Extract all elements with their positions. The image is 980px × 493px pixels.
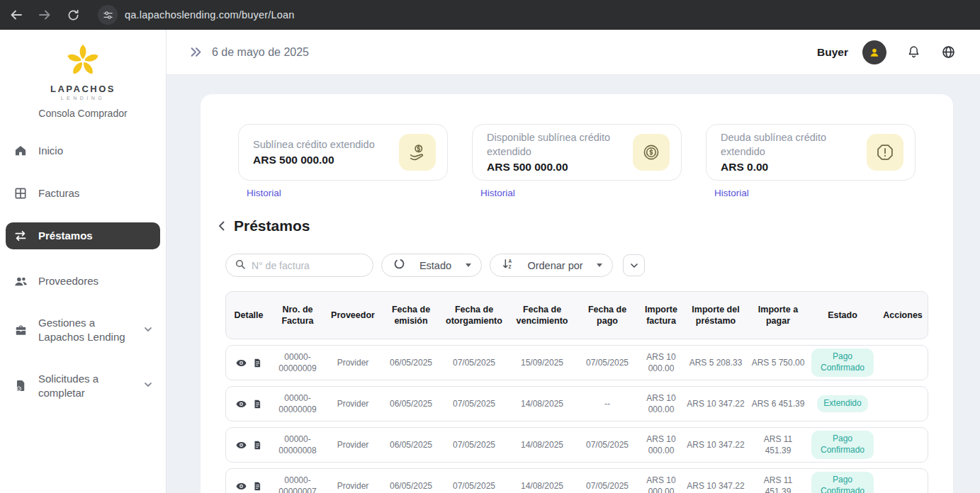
sidebar-item-solicitudes[interactable]: Solicitudes a completar (6, 366, 160, 407)
estado-label: Estado (419, 260, 451, 271)
sidebar-item-label: Inicio (38, 144, 63, 158)
provider: Provider (324, 439, 382, 450)
status-badge: Pago Confirmado (811, 348, 874, 376)
browser-toolbar: qa.lapachoslending.com/buyer/Loan (0, 0, 980, 30)
expand-filters-button[interactable] (623, 254, 645, 276)
lapachos-flower-icon (62, 40, 103, 79)
caret-down-icon (466, 264, 471, 267)
alert-octagon-icon (867, 134, 903, 171)
chevron-down-icon (629, 261, 639, 271)
bell-icon[interactable] (906, 45, 921, 60)
available-credit-card: Disponible sublínea crédito extendido AR… (472, 124, 682, 181)
tasks-document-icon (13, 378, 28, 394)
due-date: 14/08/2025 (508, 439, 576, 450)
filters-bar: Estado AZ Ordenar por (225, 254, 953, 277)
breadcrumb: 6 de mayo de 2025 (190, 46, 309, 59)
home-icon (13, 143, 28, 159)
sidebar-item-proveedores[interactable]: Proveedores (6, 268, 160, 295)
provider: Provider (324, 480, 382, 492)
col-header: Importe del préstamo (684, 304, 748, 327)
avatar[interactable] (862, 40, 886, 64)
sidebar-item-inicio[interactable]: Inicio (6, 137, 160, 164)
invoice-amount: ARS 10 000.00 (638, 351, 684, 374)
loans-swap-icon (13, 228, 28, 244)
chevron-down-icon (143, 380, 153, 392)
due-date: 15/09/2025 (508, 357, 576, 368)
search-input[interactable] (252, 260, 358, 271)
svg-text:Z: Z (509, 264, 512, 269)
forward-icon[interactable] (33, 3, 57, 27)
payment-date: 07/05/2025 (576, 480, 638, 492)
url-text[interactable]: qa.lapachoslending.com/buyer/Loan (125, 9, 295, 21)
refresh-icon[interactable] (61, 3, 85, 27)
invoice-doc-icon[interactable] (252, 358, 262, 368)
person-icon (867, 45, 882, 60)
caret-down-icon (597, 264, 602, 267)
payment-date: -- (576, 398, 638, 409)
payment-date: 07/05/2025 (576, 439, 638, 450)
current-date: 6 de mayo de 2025 (212, 46, 309, 59)
sidebar-item-gestiones[interactable]: Gestiones a Lapachos Lending (6, 310, 160, 351)
card-value: ARS 500 000.00 (253, 154, 393, 166)
globe-icon[interactable] (941, 45, 956, 60)
invoice-amount: ARS 10 000.00 (638, 392, 684, 415)
issue-date: 06/05/2025 (382, 480, 440, 492)
loan-amount: ARS 10 347.22 (684, 398, 748, 409)
ordenar-label: Ordenar por (527, 260, 582, 271)
loans-table: Detalle Nro. de Factura Proveedor Fecha … (225, 291, 928, 493)
site-settings-icon[interactable] (98, 5, 118, 25)
svg-text:A: A (509, 259, 512, 264)
app-logo: LAPACHOS LENDING (0, 30, 166, 101)
status-circle-icon (393, 258, 405, 273)
sidebar-item-label: Préstamos (38, 229, 93, 243)
sidebar-item-prestamos[interactable]: Préstamos (6, 222, 160, 249)
sidebar-item-label: Proveedores (38, 274, 98, 288)
invoice-doc-icon[interactable] (252, 481, 262, 492)
eye-icon[interactable] (235, 480, 247, 492)
grant-date: 07/05/2025 (440, 480, 508, 492)
back-chevron-icon[interactable] (216, 220, 227, 232)
loan-amount: ARS 10 347.22 (684, 439, 748, 450)
sidebar-item-facturas[interactable]: Facturas (6, 180, 160, 207)
provider: Provider (324, 357, 382, 368)
due-date: 14/08/2025 (508, 480, 576, 492)
historial-link[interactable]: Historial (247, 188, 281, 198)
card-title: Sublínea crédito extendido (253, 138, 393, 152)
eye-icon[interactable] (235, 398, 247, 410)
status-badge: Extendido (817, 395, 867, 412)
console-label: Consola Comprador (0, 108, 166, 119)
col-header: Fecha de emisión (382, 304, 440, 327)
col-header: Importe factura (638, 304, 684, 327)
address-bar[interactable]: qa.lapachoslending.com/buyer/Loan (98, 5, 295, 25)
payable-amount: ARS 11 451.39 (748, 475, 809, 493)
estado-filter-dropdown[interactable]: Estado (381, 254, 482, 277)
back-icon[interactable] (4, 3, 28, 27)
sidebar-nav: Inicio Facturas Préstamos Proveedores Ge… (0, 137, 166, 406)
logo-subtitle: LENDING (0, 96, 166, 101)
eye-icon[interactable] (235, 357, 247, 369)
invoices-grid-icon (13, 186, 28, 201)
sidebar-expand-icon[interactable] (190, 46, 202, 58)
card-value: ARS 0.00 (721, 161, 861, 174)
payable-amount: ARS 6 451.39 (748, 398, 809, 409)
invoice-doc-icon[interactable] (252, 440, 262, 450)
status-badge: Pago Confirmado (811, 431, 874, 458)
historial-link[interactable]: Historial (480, 188, 515, 198)
providers-people-icon (13, 273, 28, 289)
eye-icon[interactable] (235, 439, 247, 451)
page-title: Préstamos (234, 217, 310, 234)
col-header: Proveedor (324, 310, 382, 321)
historial-link[interactable]: Historial (714, 188, 749, 198)
invoice-amount: ARS 10 000.00 (638, 475, 684, 493)
col-header: Nro. de Factura (271, 304, 324, 327)
invoice-search-field[interactable] (225, 254, 373, 277)
invoice-number: 00000-00000008 (271, 434, 324, 456)
col-header: Fecha de pago (576, 304, 638, 327)
sidebar-item-label: Facturas (38, 186, 79, 200)
ordenar-por-dropdown[interactable]: AZ Ordenar por (490, 254, 613, 277)
col-header: Acciones (877, 310, 929, 321)
invoice-doc-icon[interactable] (252, 399, 262, 409)
debt-card: Deuda sublínea crédito extendido ARS 0.0… (706, 124, 916, 181)
grant-date: 07/05/2025 (440, 439, 508, 450)
card-value: ARS 500 000.00 (487, 161, 627, 174)
